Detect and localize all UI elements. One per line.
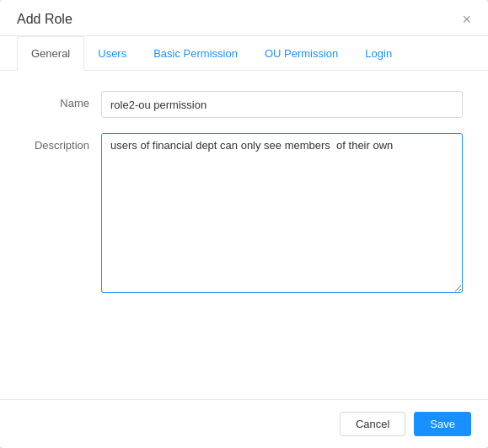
- description-row: Description users of financial dept can …: [25, 133, 463, 296]
- name-row: Name: [25, 91, 463, 118]
- tab-basic-permission[interactable]: Basic Permission: [140, 36, 251, 71]
- name-input[interactable]: [101, 91, 463, 118]
- dialog-header: Add Role ×: [0, 0, 488, 36]
- tab-general[interactable]: General: [17, 36, 84, 71]
- dialog-footer: Cancel Save: [0, 399, 488, 448]
- add-role-dialog: Add Role × General Users Basic Permissio…: [0, 0, 488, 448]
- name-control: [101, 91, 463, 118]
- dialog-title: Add Role: [17, 12, 72, 27]
- close-button[interactable]: ×: [462, 12, 471, 27]
- name-label: Name: [25, 91, 101, 109]
- tab-users[interactable]: Users: [84, 36, 140, 71]
- tab-ou-permission[interactable]: OU Permission: [251, 36, 351, 71]
- tab-bar: General Users Basic Permission OU Permis…: [0, 36, 488, 71]
- description-label: Description: [25, 133, 101, 152]
- dialog-body: Name Description users of financial dept…: [0, 71, 488, 399]
- tab-login[interactable]: Login: [351, 36, 405, 71]
- cancel-button[interactable]: Cancel: [340, 412, 405, 436]
- save-button[interactable]: Save: [414, 412, 471, 436]
- description-textarea[interactable]: users of financial dept can only see mem…: [101, 133, 463, 293]
- description-control: users of financial dept can only see mem…: [101, 133, 463, 296]
